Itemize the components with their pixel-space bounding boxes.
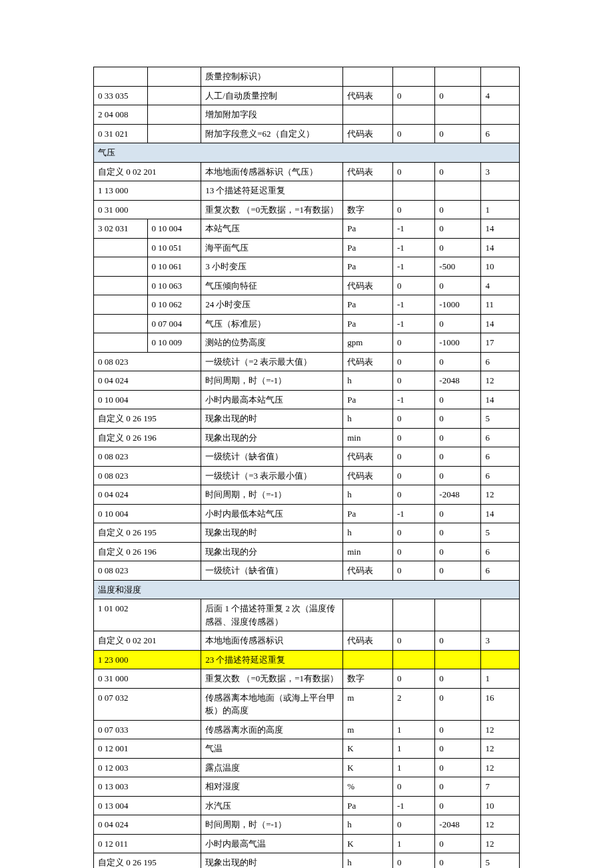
cell-c6: 0 bbox=[435, 504, 481, 523]
cell-c4: 代码表 bbox=[343, 631, 393, 651]
cell-c5: 0 bbox=[393, 428, 435, 447]
cell-c3: 本站气压 bbox=[201, 219, 343, 239]
cell-c6 bbox=[435, 650, 481, 669]
cell-c6: 0 bbox=[435, 720, 481, 739]
cell-c6: -500 bbox=[435, 257, 481, 277]
cell-c3: 现象出现的分 bbox=[201, 542, 343, 561]
table-row: 0 04 024时间周期，时（=-1）h0-204812 bbox=[94, 371, 520, 391]
cell-c1: 0 07 033 bbox=[94, 720, 201, 739]
cell-c1: 自定义 0 02 201 bbox=[94, 162, 201, 181]
cell-c7: 12 bbox=[481, 834, 520, 853]
cell-c1: 0 08 023 bbox=[94, 466, 201, 485]
cell-c7: 17 bbox=[481, 333, 520, 353]
cell-c5: 0 bbox=[393, 466, 435, 485]
cell-c2 bbox=[147, 124, 201, 143]
cell-c1: 0 33 035 bbox=[94, 86, 148, 105]
cell-c1: 3 02 031 bbox=[94, 219, 148, 239]
cell-c3: 传感器离水面的高度 bbox=[201, 720, 343, 739]
table-row: 0 12 001气温K1012 bbox=[94, 739, 520, 759]
cell-c4: min bbox=[343, 542, 393, 561]
cell-c5: 0 bbox=[393, 276, 435, 295]
cell-c4: Pa bbox=[343, 238, 393, 257]
cell-c3: 现象出现的时 bbox=[201, 853, 343, 869]
table-row: 0 04 024时间周期，时（=-1）h0-204812 bbox=[94, 815, 520, 835]
cell-c1: 0 12 011 bbox=[94, 834, 201, 853]
cell-c4: 代码表 bbox=[343, 124, 393, 143]
section-header: 气压 bbox=[94, 143, 520, 163]
cell-c7: 12 bbox=[481, 720, 520, 739]
cell-c4: Pa bbox=[343, 219, 393, 239]
cell-c7: 5 bbox=[481, 853, 520, 869]
cell-c1: 0 12 001 bbox=[94, 739, 201, 759]
cell-c5: 0 bbox=[393, 561, 435, 581]
cell-c3: 附加字段意义=62（自定义） bbox=[201, 124, 343, 143]
cell-c7: 10 bbox=[481, 796, 520, 815]
cell-c5: 0 bbox=[393, 542, 435, 561]
section-header: 温度和湿度 bbox=[94, 580, 520, 599]
cell-c3: 3 小时变压 bbox=[201, 257, 343, 277]
cell-c3: 测站的位势高度 bbox=[201, 333, 343, 353]
cell-c3: 一级统计（=2 表示最大值） bbox=[201, 352, 343, 371]
cell-c3: 小时内最高本站气压 bbox=[201, 390, 343, 409]
cell-c2: 0 10 063 bbox=[147, 276, 201, 295]
cell-c3: 相对湿度 bbox=[201, 777, 343, 797]
cell-c3: 现象出现的分 bbox=[201, 428, 343, 447]
cell-c5: 1 bbox=[393, 834, 435, 853]
cell-c1: 2 04 008 bbox=[94, 105, 148, 125]
table-row: 0 07 033传感器离水面的高度m1012 bbox=[94, 720, 520, 739]
cell-c2: 0 10 004 bbox=[147, 219, 201, 239]
cell-c7: 6 bbox=[481, 447, 520, 467]
cell-c6: -1000 bbox=[435, 295, 481, 315]
cell-c3: 气温 bbox=[201, 739, 343, 759]
cell-c5: -1 bbox=[393, 257, 435, 277]
cell-c6: 0 bbox=[435, 162, 481, 181]
cell-c5: 0 bbox=[393, 777, 435, 797]
table-row: 0 08 023一级统计（缺省值）代码表006 bbox=[94, 561, 520, 581]
cell-c4: 代码表 bbox=[343, 447, 393, 467]
cell-c7: 12 bbox=[481, 739, 520, 759]
cell-c4: gpm bbox=[343, 333, 393, 353]
cell-c7: 5 bbox=[481, 409, 520, 429]
cell-c7: 4 bbox=[481, 86, 520, 105]
cell-c4 bbox=[343, 650, 393, 669]
cell-c5: 0 bbox=[393, 124, 435, 143]
cell-c3: 小时内最低本站气压 bbox=[201, 504, 343, 523]
cell-c7: 5 bbox=[481, 523, 520, 543]
cell-c3: 13 个描述符延迟重复 bbox=[201, 181, 343, 201]
table-row: 自定义 0 26 196现象出现的分min006 bbox=[94, 542, 520, 561]
cell-c2: 0 10 062 bbox=[147, 295, 201, 315]
cell-c5: 0 bbox=[393, 409, 435, 429]
cell-c6: 0 bbox=[435, 834, 481, 853]
cell-c5: 0 bbox=[393, 162, 435, 181]
cell-c3: 传感器离本地地面（或海上平台甲板）的高度 bbox=[201, 688, 343, 720]
cell-c7: 10 bbox=[481, 257, 520, 277]
cell-c5: -1 bbox=[393, 504, 435, 523]
cell-c3: 本地地面传感器标识（气压） bbox=[201, 162, 343, 181]
cell-c6: 0 bbox=[435, 200, 481, 219]
cell-c1: 自定义 0 26 196 bbox=[94, 542, 201, 561]
table-row: 0 12 003露点温度K1012 bbox=[94, 758, 520, 777]
cell-c3: 质量控制标识） bbox=[201, 67, 343, 87]
cell-c5: -1 bbox=[393, 390, 435, 409]
cell-c4: % bbox=[343, 777, 393, 797]
cell-c5 bbox=[393, 105, 435, 125]
table-row: 自定义 0 02 201本地地面传感器标识代码表003 bbox=[94, 631, 520, 651]
cell-c4: Pa bbox=[343, 314, 393, 333]
cell-c1: 0 12 003 bbox=[94, 758, 201, 777]
cell-c3: 气压（标准层） bbox=[201, 314, 343, 333]
cell-c3: 一级统计（缺省值） bbox=[201, 561, 343, 581]
table-row: 2 04 008增加附加字段 bbox=[94, 105, 520, 125]
cell-c5: 0 bbox=[393, 815, 435, 835]
cell-c5: 0 bbox=[393, 631, 435, 651]
cell-c7: 6 bbox=[481, 124, 520, 143]
cell-c6: -2048 bbox=[435, 371, 481, 391]
cell-c7: 12 bbox=[481, 485, 520, 505]
cell-c1: 0 08 023 bbox=[94, 352, 201, 371]
cell-c7: 6 bbox=[481, 542, 520, 561]
cell-c4: 代码表 bbox=[343, 86, 393, 105]
table-row: 自定义 0 26 195现象出现的时h005 bbox=[94, 523, 520, 543]
cell-c4: Pa bbox=[343, 796, 393, 815]
cell-c3: 人工/自动质量控制 bbox=[201, 86, 343, 105]
cell-c3: 海平面气压 bbox=[201, 238, 343, 257]
cell-c5: 2 bbox=[393, 688, 435, 720]
